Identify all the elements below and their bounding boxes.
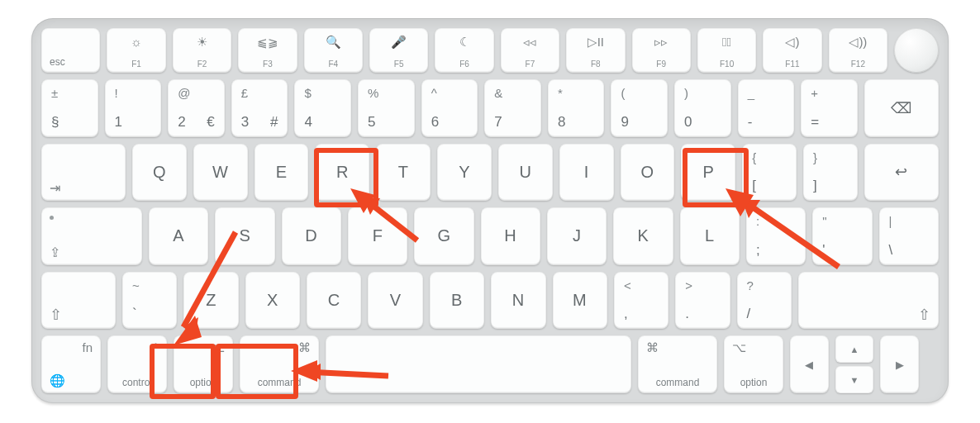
key-period[interactable]: >.	[675, 272, 730, 330]
key-q[interactable]: Q	[132, 144, 187, 202]
key-f11[interactable]: ◁)F11	[763, 28, 821, 73]
key-f12[interactable]: ◁))F12	[829, 28, 887, 73]
command-icon: ⌘	[298, 340, 311, 355]
key-equals[interactable]: +=	[801, 79, 858, 137]
key-j[interactable]: J	[547, 207, 607, 265]
dnd-icon: ☾	[459, 35, 470, 50]
key-comma[interactable]: <,	[614, 272, 668, 330]
touch-id[interactable]	[894, 28, 939, 73]
key-4[interactable]: $4	[294, 79, 351, 137]
key-7[interactable]: &7	[484, 79, 541, 137]
key-arrow-right[interactable]: ▶	[880, 335, 919, 393]
key-a[interactable]: A	[149, 207, 208, 265]
key-option-right[interactable]: ⌥ option	[724, 335, 783, 393]
key-arrow-down[interactable]: ▼	[835, 366, 874, 393]
row-home: ⇪ A S D F G H J K L :; "' |\	[41, 207, 939, 265]
keyboard: esc ☼F1 ☀F2 ⫹⫺F3 🔍F4 🎤F5 ☾F6 ◃◃F7 ▷IIF8 …	[31, 18, 949, 403]
key-v[interactable]: V	[368, 272, 422, 330]
key-w[interactable]: W	[193, 144, 248, 202]
key-f5[interactable]: 🎤F5	[369, 28, 428, 73]
key-i[interactable]: I	[559, 144, 614, 202]
key-3[interactable]: £3#	[231, 79, 288, 137]
key-f8[interactable]: ▷IIF8	[566, 28, 625, 73]
key-l[interactable]: L	[680, 207, 740, 265]
key-f9[interactable]: ▹▹F9	[632, 28, 691, 73]
key-f10[interactable]: ◁⃠F10	[697, 28, 756, 73]
mute-icon: ◁⃠	[722, 35, 731, 49]
key-o[interactable]: O	[621, 144, 675, 202]
spotlight-icon: 🔍	[326, 35, 341, 50]
key-control[interactable]: ^ control	[107, 335, 167, 393]
key-command-left[interactable]: ⌘ command	[240, 335, 319, 393]
key-grave[interactable]: ~`	[122, 272, 177, 330]
key-5[interactable]: %5	[358, 79, 415, 137]
option-icon: ⌥	[211, 340, 225, 355]
key-space[interactable]	[326, 335, 631, 393]
key-r[interactable]: R	[315, 144, 369, 202]
globe-icon: 🌐	[50, 373, 65, 388]
key-backslash[interactable]: |\	[879, 207, 939, 265]
arrow-down-icon: ▼	[850, 375, 859, 385]
mic-icon: 🎤	[391, 35, 407, 50]
key-8[interactable]: *8	[548, 79, 605, 137]
key-f1[interactable]: ☼F1	[107, 28, 165, 73]
play-pause-icon: ▷II	[588, 35, 604, 50]
key-t[interactable]: T	[376, 144, 431, 202]
key-bracket-right[interactable]: }]	[803, 144, 858, 202]
key-backspace[interactable]: ⌫	[864, 79, 939, 137]
key-g[interactable]: G	[414, 207, 473, 265]
key-caps-lock[interactable]: ⇪	[41, 207, 142, 265]
key-f3[interactable]: ⫹⫺F3	[238, 28, 297, 73]
key-u[interactable]: U	[498, 144, 553, 202]
key-semicolon[interactable]: :;	[746, 207, 806, 265]
option-icon: ⌥	[732, 340, 746, 355]
key-x[interactable]: X	[245, 272, 300, 330]
key-arrow-left[interactable]: ◀	[790, 335, 829, 393]
key-shift-left[interactable]: ⇧	[41, 272, 116, 330]
key-fn[interactable]: fn 🌐	[41, 335, 101, 393]
key-6[interactable]: ^6	[421, 79, 478, 137]
key-y[interactable]: Y	[437, 144, 492, 202]
key-slash[interactable]: ?/	[737, 272, 792, 330]
caps-indicator-icon	[50, 216, 54, 220]
control-icon: ^	[153, 340, 159, 354]
key-arrow-up[interactable]: ▲	[835, 335, 874, 363]
key-quote[interactable]: "'	[812, 207, 872, 265]
arrow-up-icon: ▲	[850, 345, 859, 354]
key-2[interactable]: @2€	[168, 79, 225, 137]
key-p[interactable]: P	[681, 144, 735, 202]
key-0[interactable]: )0	[674, 79, 731, 137]
key-k[interactable]: K	[613, 207, 673, 265]
key-d[interactable]: D	[282, 207, 341, 265]
key-f2[interactable]: ☀F2	[173, 28, 231, 73]
return-icon: ↩	[895, 163, 908, 181]
key-tab[interactable]: ⇥	[41, 144, 126, 202]
key-option-left[interactable]: ⌥ option	[174, 335, 233, 393]
key-s[interactable]: S	[215, 207, 274, 265]
key-m[interactable]: M	[553, 272, 607, 330]
key-z[interactable]: Z	[183, 272, 238, 330]
key-bracket-left[interactable]: {[	[742, 144, 797, 202]
volume-down-icon: ◁)	[785, 35, 799, 50]
key-f7[interactable]: ◃◃F7	[501, 28, 559, 73]
key-e[interactable]: E	[255, 144, 309, 202]
key-c[interactable]: C	[307, 272, 361, 330]
key-9[interactable]: (9	[611, 79, 668, 137]
key-f[interactable]: F	[348, 207, 407, 265]
key-n[interactable]: N	[491, 272, 545, 330]
key-section[interactable]: ±§	[41, 79, 98, 137]
key-b[interactable]: B	[430, 272, 484, 330]
key-f6[interactable]: ☾F6	[435, 28, 493, 73]
key-h[interactable]: H	[481, 207, 540, 265]
key-return[interactable]: ↩	[864, 144, 939, 202]
key-1[interactable]: !1	[105, 79, 162, 137]
key-minus[interactable]: _-	[738, 79, 795, 137]
key-command-right[interactable]: ⌘ command	[638, 335, 717, 393]
key-esc[interactable]: esc	[41, 28, 100, 73]
key-shift-right[interactable]: ⇧	[798, 272, 939, 330]
key-f4[interactable]: 🔍F4	[304, 28, 363, 73]
arrow-left-icon: ◀	[805, 359, 813, 371]
caps-icon: ⇪	[50, 245, 60, 260]
arrow-right-icon: ▶	[896, 359, 904, 371]
backspace-icon: ⌫	[891, 99, 912, 117]
